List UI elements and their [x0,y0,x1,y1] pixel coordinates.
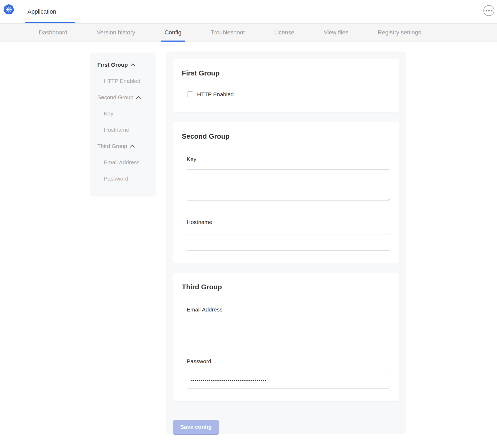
tab-registry-settings[interactable]: Registry settings [378,23,421,42]
tab-label: View files [324,29,348,36]
sidebar-item-label: Password [104,175,128,182]
http-enabled-field: HTTP Enabled [187,91,390,98]
sidebar-item-label: HTTP Enabled [104,78,140,84]
tab-config[interactable]: Config [165,23,182,42]
tab-label: Config [165,29,182,36]
sidebar-group-third-group[interactable]: Third Group [97,143,156,149]
config-panel: First Group HTTP Enabled Second Group Ke… [166,51,406,434]
app-subnav: Dashboard Version history Config Trouble… [0,23,497,42]
tab-troubleshoot[interactable]: Troubleshoot [211,23,245,42]
email-address-input[interactable] [187,323,390,339]
group-title: Second Group [182,132,390,141]
kubernetes-logo-icon [3,4,14,15]
sidebar-item-http-enabled[interactable]: HTTP Enabled [104,78,156,84]
tab-dashboard[interactable]: Dashboard [39,23,67,42]
sidebar-item-email-address[interactable]: Email Address [104,159,156,166]
config-group-card-first: First Group HTTP Enabled [173,59,399,112]
tab-label: Registry settings [378,29,421,36]
top-app-bar: Application [0,0,497,23]
tab-license[interactable]: License [274,23,294,42]
ellipsis-menu-icon[interactable] [483,5,494,16]
tab-label: License [274,29,294,36]
tab-label: Troubleshoot [211,29,245,36]
chevron-up-icon [130,145,135,148]
ellipsis-dot [491,10,492,11]
sidebar-group-label: Third Group [97,143,127,149]
tab-view-files[interactable]: View files [324,23,348,42]
sidebar-item-label: Hostname [104,127,129,133]
ellipsis-dot [488,10,490,11]
ellipsis-dot [486,10,487,11]
tab-label: Dashboard [39,29,67,36]
sidebar-item-label: Key [104,110,113,117]
config-group-sidebar: First Group HTTP Enabled Second Group Ke… [90,53,156,197]
key-label: Key [187,156,390,162]
chevron-up-icon [130,63,135,66]
key-textarea[interactable] [187,169,390,201]
tab-version-history[interactable]: Version history [97,23,135,42]
hostname-input[interactable] [187,234,390,251]
config-group-card-third: Third Group Email Address Password [173,273,399,401]
sidebar-group-label: Second Group [97,94,133,101]
http-enabled-checkbox[interactable] [187,91,193,97]
tab-application[interactable]: Application [25,0,75,23]
save-config-button[interactable]: Save config [173,420,219,434]
password-label: Password [187,358,390,365]
sidebar-item-key[interactable]: Key [104,110,156,117]
group-title: First Group [182,69,390,77]
sidebar-item-label: Email Address [104,159,139,166]
chevron-up-icon [136,96,141,99]
sidebar-group-first-group[interactable]: First Group [97,62,156,68]
sidebar-item-password[interactable]: Password [104,175,156,182]
http-enabled-label: HTTP Enabled [197,91,234,98]
email-address-label: Email Address [187,306,390,313]
config-group-card-second: Second Group Key Hostname [173,122,399,263]
tab-label: Version history [97,29,135,36]
sidebar-group-second-group[interactable]: Second Group [97,94,156,101]
hostname-label: Hostname [187,219,390,225]
sidebar-group-label: First Group [97,62,128,68]
group-title: Third Group [182,283,390,291]
password-input[interactable] [187,372,390,389]
application-tab-label: Application [27,8,56,15]
sidebar-item-hostname[interactable]: Hostname [104,127,156,133]
